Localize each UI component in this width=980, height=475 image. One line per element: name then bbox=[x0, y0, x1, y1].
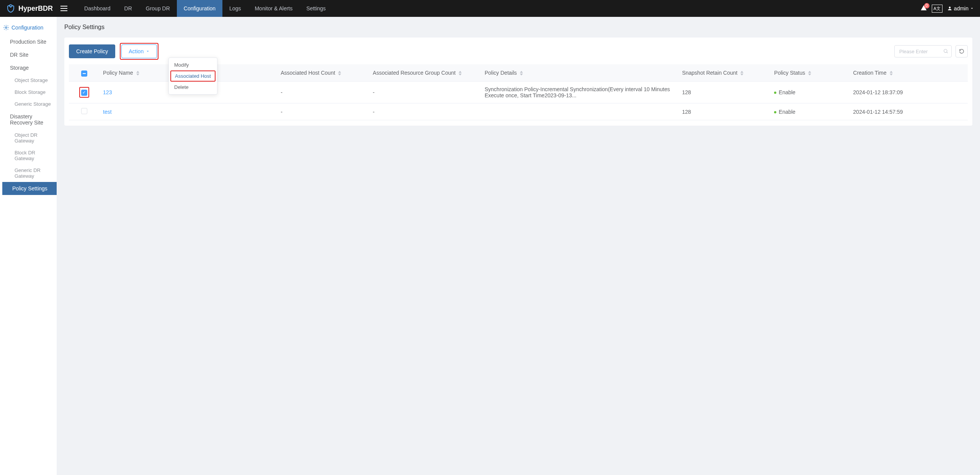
hamburger-menu-icon[interactable] bbox=[60, 4, 70, 13]
nav-settings[interactable]: Settings bbox=[299, 0, 333, 17]
header-creation-time[interactable]: Creation Time bbox=[849, 64, 968, 82]
brand-logo[interactable]: HyperBDR bbox=[6, 4, 53, 13]
sidebar-item-block-dr-gateway[interactable]: Block DR Gateway bbox=[0, 147, 57, 164]
svg-point-5 bbox=[944, 49, 947, 52]
chevron-down-icon bbox=[970, 7, 974, 10]
cell-snapshot-count: 128 bbox=[678, 82, 771, 103]
main-card: Create Policy Action Modify Associated H… bbox=[64, 38, 972, 126]
sort-icon bbox=[890, 71, 893, 75]
language-switcher[interactable]: A文 bbox=[932, 5, 942, 13]
cell-host-count: - bbox=[277, 103, 369, 120]
sidebar-item-generic-storage[interactable]: Generic Storage bbox=[0, 98, 57, 110]
toolbar: Create Policy Action Modify Associated H… bbox=[69, 43, 968, 60]
cell-policy-details bbox=[481, 103, 678, 120]
sort-icon bbox=[136, 71, 139, 75]
user-menu[interactable]: admin bbox=[947, 5, 974, 11]
search-wrap bbox=[894, 45, 968, 57]
cell-policy-details: Synchronization Policy-Incremental Synch… bbox=[481, 82, 678, 103]
sort-icon bbox=[808, 71, 811, 75]
user-icon bbox=[947, 6, 952, 11]
cell-policy-status: Enable bbox=[770, 103, 849, 120]
cell-resource-group-count: - bbox=[369, 103, 481, 120]
sidebar: Configuration Production Site DR Site St… bbox=[0, 17, 57, 475]
nav-group-dr[interactable]: Group DR bbox=[139, 0, 177, 17]
status-dot-icon bbox=[774, 92, 776, 94]
cell-creation-time: 2024-01-12 14:57:59 bbox=[849, 103, 968, 120]
nav-monitor-alerts[interactable]: Monitor & Alerts bbox=[248, 0, 299, 17]
row-checkbox-cell: ✓ bbox=[69, 82, 99, 103]
refresh-icon bbox=[959, 49, 964, 54]
cell-creation-time: 2024-01-12 18:37:09 bbox=[849, 82, 968, 103]
alert-icon[interactable]: 0 bbox=[920, 5, 927, 13]
alert-badge: 0 bbox=[924, 3, 929, 8]
header-checkbox-cell bbox=[69, 64, 99, 82]
content-area: Policy Settings Create Policy Action Mod… bbox=[57, 17, 980, 475]
header-host-count[interactable]: Associated Host Count bbox=[277, 64, 369, 82]
sidebar-item-production-site[interactable]: Production Site bbox=[0, 35, 57, 48]
search-icon bbox=[943, 49, 949, 54]
header-policy-details[interactable]: Policy Details bbox=[481, 64, 678, 82]
user-name: admin bbox=[954, 5, 969, 11]
brand-text: HyperBDR bbox=[18, 5, 53, 13]
sort-icon bbox=[338, 71, 341, 75]
gear-icon bbox=[3, 25, 9, 31]
sort-icon bbox=[740, 71, 743, 75]
cell-policy-status: Enable bbox=[770, 82, 849, 103]
nav-logs[interactable]: Logs bbox=[222, 0, 248, 17]
refresh-button[interactable] bbox=[956, 45, 968, 57]
svg-point-1 bbox=[9, 6, 10, 6]
header-snapshot-count[interactable]: Snapshot Retain Count bbox=[678, 64, 771, 82]
create-policy-button[interactable]: Create Policy bbox=[69, 44, 115, 58]
action-label: Action bbox=[129, 48, 144, 54]
sort-icon bbox=[520, 71, 523, 75]
sidebar-item-disaster-recovery-site[interactable]: Disastery Recovery Site bbox=[0, 110, 57, 129]
svg-point-4 bbox=[5, 27, 7, 28]
sidebar-item-dr-site[interactable]: DR Site bbox=[0, 48, 57, 61]
row-checkbox-highlight: ✓ bbox=[79, 87, 89, 98]
search-input-wrapper bbox=[894, 45, 952, 57]
chevron-down-icon bbox=[146, 49, 150, 53]
header-resource-group-count[interactable]: Associated Resource Group Count bbox=[369, 64, 481, 82]
policy-name-link[interactable]: test bbox=[103, 109, 112, 115]
sidebar-item-block-storage[interactable]: Block Storage bbox=[0, 86, 57, 98]
svg-point-2 bbox=[11, 6, 12, 6]
shield-icon bbox=[6, 4, 15, 13]
header-right: 0 A文 admin bbox=[920, 5, 974, 13]
status-dot-icon bbox=[774, 111, 776, 113]
dropdown-item-associated-host[interactable]: Associated Host bbox=[170, 70, 216, 82]
page-title: Policy Settings bbox=[64, 24, 972, 31]
top-navigation: HyperBDR Dashboard DR Group DR Configura… bbox=[0, 0, 980, 17]
sort-icon bbox=[459, 71, 462, 75]
sidebar-section-header: Configuration bbox=[0, 20, 57, 35]
select-all-checkbox[interactable] bbox=[81, 70, 87, 77]
sidebar-item-object-storage[interactable]: Object Storage bbox=[0, 74, 57, 86]
row-checkbox[interactable] bbox=[81, 108, 87, 114]
sidebar-item-object-dr-gateway[interactable]: Object DR Gateway bbox=[0, 129, 57, 147]
nav-dr[interactable]: DR bbox=[118, 0, 139, 17]
dropdown-item-delete[interactable]: Delete bbox=[169, 82, 217, 93]
header-policy-status[interactable]: Policy Status bbox=[770, 64, 849, 82]
policy-name-link[interactable]: 123 bbox=[103, 89, 112, 95]
action-dropdown-menu: Modify Associated Host Delete bbox=[168, 57, 217, 95]
cell-resource-group-count: - bbox=[369, 82, 481, 103]
nav-items: Dashboard DR Group DR Configuration Logs… bbox=[77, 0, 333, 17]
row-checkbox-cell bbox=[69, 103, 99, 120]
sidebar-item-storage[interactable]: Storage bbox=[0, 61, 57, 74]
svg-point-3 bbox=[949, 7, 951, 8]
sidebar-item-generic-dr-gateway[interactable]: Generic DR Gateway bbox=[0, 164, 57, 182]
nav-dashboard[interactable]: Dashboard bbox=[77, 0, 118, 17]
nav-configuration[interactable]: Configuration bbox=[177, 0, 222, 17]
sidebar-item-policy-settings[interactable]: Policy Settings bbox=[2, 182, 57, 195]
svg-line-6 bbox=[947, 52, 948, 53]
sidebar-title: Configuration bbox=[11, 25, 43, 31]
dropdown-item-modify[interactable]: Modify bbox=[169, 59, 217, 70]
row-checkbox[interactable]: ✓ bbox=[81, 90, 87, 96]
cell-snapshot-count: 128 bbox=[678, 103, 771, 120]
cell-host-count: - bbox=[277, 82, 369, 103]
action-dropdown-button[interactable]: Action bbox=[121, 44, 157, 58]
svg-point-0 bbox=[10, 7, 11, 7]
cell-policy-name: test bbox=[99, 103, 277, 120]
table-row: test - - 128 Enable 2024-01-12 14:57:59 bbox=[69, 103, 968, 120]
action-button-highlight: Action bbox=[120, 43, 158, 60]
